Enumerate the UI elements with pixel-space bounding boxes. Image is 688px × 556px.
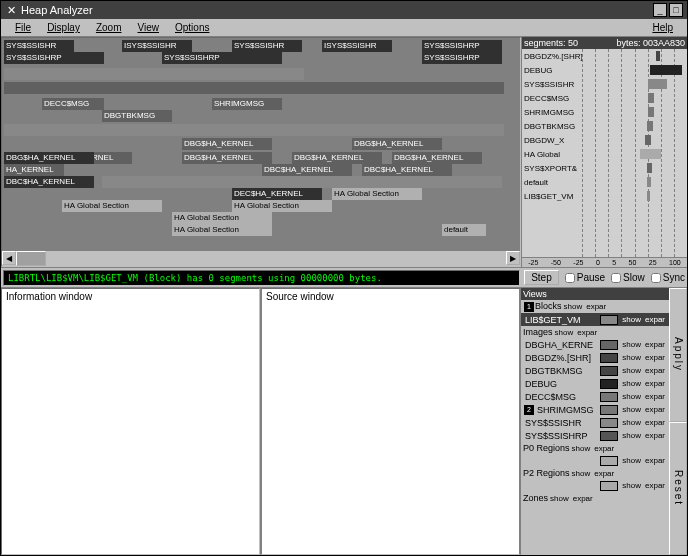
heap-block[interactable]: DBG$HA_KERNEL (4, 152, 94, 164)
heap-block[interactable] (4, 124, 504, 136)
view-item[interactable]: DBGDZ%.[SHR]showexpar (521, 351, 669, 364)
show-link[interactable]: show (620, 353, 643, 362)
expand-link[interactable]: expar (571, 494, 595, 503)
expand-link[interactable]: expar (643, 456, 667, 465)
segment-row[interactable]: SYS$XPORT& (522, 161, 687, 175)
show-link[interactable]: show (620, 481, 643, 490)
view-item[interactable]: showexpar (521, 479, 669, 492)
expand-link[interactable]: expar (592, 444, 616, 453)
source-window[interactable]: Source window (260, 288, 521, 555)
minimize-button[interactable]: _ (653, 3, 667, 17)
heap-block[interactable]: default (442, 224, 486, 236)
expand-link[interactable]: expar (575, 328, 599, 337)
menu-file[interactable]: File (7, 21, 39, 34)
view-item[interactable]: DBGTBKMSGshowexpar (521, 364, 669, 377)
heap-view[interactable]: defaultHA Global SectionHA Global Sectio… (1, 37, 521, 267)
menu-display[interactable]: Display (39, 21, 88, 34)
show-link[interactable]: show (620, 431, 643, 440)
view-item[interactable]: 2SHRIMGMSGshowexpar (521, 403, 669, 416)
view-item[interactable]: DECC$MSGshowexpar (521, 390, 669, 403)
show-link[interactable]: show (620, 340, 643, 349)
heap-block[interactable]: ISYS$SSISHR (322, 40, 392, 52)
pause-checkbox[interactable]: Pause (565, 272, 605, 283)
menu-zoom[interactable]: Zoom (88, 21, 130, 34)
show-link[interactable]: show (553, 328, 576, 337)
maximize-button[interactable]: □ (669, 3, 683, 17)
view-section-header[interactable]: Zonesshowexpar (521, 492, 669, 504)
heap-block[interactable]: HA_KERNEL (4, 164, 64, 176)
heap-block[interactable]: SYS$SSISHR (232, 40, 302, 52)
show-link[interactable]: show (620, 418, 643, 427)
reset-button[interactable]: Reset (669, 422, 687, 556)
heap-block[interactable]: SYS$SSISHRP (4, 52, 104, 64)
heap-block[interactable]: ISYS$SSISHR (122, 40, 192, 52)
view-section-header[interactable]: P0 Regionsshowexpar (521, 442, 669, 454)
heap-block[interactable]: DBG$HA_KERNEL (182, 138, 272, 150)
view-item[interactable]: SYS$SSISHRPshowexpar (521, 429, 669, 442)
show-link[interactable]: show (620, 456, 643, 465)
segment-row[interactable]: DBGTBKMSG (522, 119, 687, 133)
sync-checkbox[interactable]: Sync (651, 272, 685, 283)
menu-help[interactable]: Help (644, 21, 681, 34)
heap-block[interactable] (4, 68, 304, 80)
segment-row[interactable]: DBGDW_X (522, 133, 687, 147)
view-item[interactable]: DEBUGshowexpar (521, 377, 669, 390)
show-link[interactable]: show (570, 469, 593, 478)
expand-link[interactable]: expar (643, 340, 667, 349)
information-window[interactable]: Information window (1, 288, 260, 555)
heap-block[interactable]: HA Global Section (172, 224, 272, 236)
show-link[interactable]: show (562, 302, 585, 311)
show-link[interactable]: show (620, 379, 643, 388)
show-link[interactable]: show (548, 494, 571, 503)
heap-block[interactable]: DEC$HA_KERNEL (232, 188, 322, 200)
segment-row[interactable]: default (522, 175, 687, 189)
view-item[interactable]: SYS$SSISHRshowexpar (521, 416, 669, 429)
heap-block[interactable]: DBC$HA_KERNEL (362, 164, 452, 176)
heap-block[interactable]: DBGTBKMSG (102, 110, 172, 122)
expand-link[interactable]: expar (592, 469, 616, 478)
expand-link[interactable]: expar (584, 302, 608, 311)
scroll-right-icon[interactable]: ▶ (506, 251, 520, 265)
view-item[interactable]: LIB$GET_VMshowexpar (521, 313, 669, 326)
menu-view[interactable]: View (129, 21, 167, 34)
heap-block[interactable]: HA Global Section (62, 200, 162, 212)
segment-row[interactable]: SYS$SSISHR (522, 77, 687, 91)
segment-row[interactable]: DECC$MSG (522, 91, 687, 105)
heap-block[interactable]: DBG$HA_KERNEL (352, 138, 442, 150)
expand-link[interactable]: expar (643, 315, 667, 324)
expand-link[interactable]: expar (643, 366, 667, 375)
slow-checkbox[interactable]: Slow (611, 272, 645, 283)
segment-row[interactable]: SHRIMGMSG (522, 105, 687, 119)
heap-block[interactable]: SHRIMGMSG (212, 98, 282, 110)
segment-row[interactable]: HA Global (522, 147, 687, 161)
expand-link[interactable]: expar (643, 481, 667, 490)
heap-block[interactable]: SYS$SSISHRP (422, 52, 502, 64)
show-link[interactable]: show (620, 392, 643, 401)
expand-link[interactable]: expar (643, 418, 667, 427)
view-section-header[interactable]: Imagesshowexpar (521, 326, 669, 338)
show-link[interactable]: show (620, 405, 643, 414)
show-link[interactable]: show (570, 444, 593, 453)
scroll-left-icon[interactable]: ◀ (2, 251, 16, 265)
show-link[interactable]: show (620, 366, 643, 375)
apply-button[interactable]: Apply (669, 288, 687, 422)
heap-block[interactable]: HA Global Section (172, 212, 272, 224)
show-link[interactable]: show (620, 315, 643, 324)
segment-row[interactable]: DBGDZ%.[SHR] (522, 49, 687, 63)
expand-link[interactable]: expar (643, 431, 667, 440)
expand-link[interactable]: expar (643, 353, 667, 362)
heap-block[interactable]: DBC$HA_KERNEL (4, 176, 94, 188)
view-item[interactable]: showexpar (521, 454, 669, 467)
heap-block[interactable]: DBG$HA_KERNEL (292, 152, 382, 164)
view-section-header[interactable]: P2 Regionsshowexpar (521, 467, 669, 479)
heap-block[interactable]: HA Global Section (232, 200, 332, 212)
heap-block[interactable]: SYS$SSISHRP (422, 40, 502, 52)
heap-block[interactable]: HA Global Section (332, 188, 422, 200)
heap-block[interactable]: DBG$HA_KERNEL (182, 152, 272, 164)
heap-block[interactable]: DBG$HA_KERNEL (392, 152, 482, 164)
view-item[interactable]: DBGHA_KERNEshowexpar (521, 338, 669, 351)
heap-block[interactable]: SYS$SSISHRP (162, 52, 282, 64)
segments-chart[interactable]: DBGDZ%.[SHR]DEBUGSYS$SSISHRDECC$MSGSHRIM… (522, 49, 687, 257)
heap-block[interactable] (4, 82, 504, 94)
step-button[interactable]: Step (524, 270, 559, 285)
